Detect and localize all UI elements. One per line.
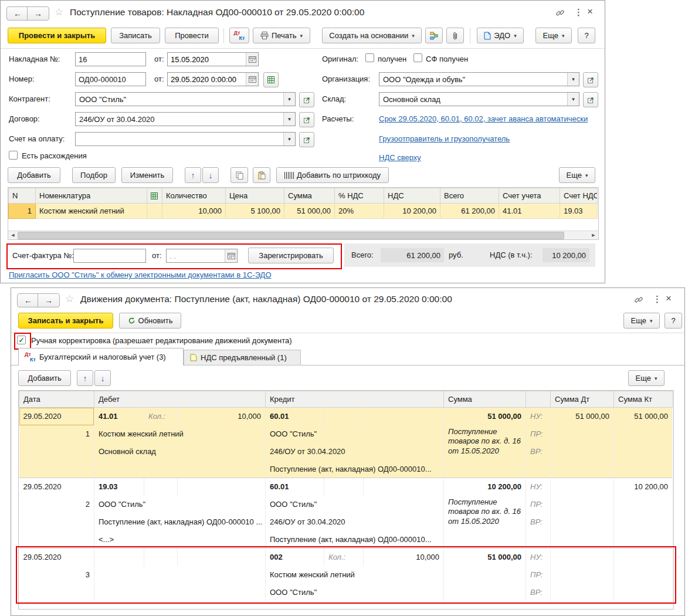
cell-credit-sub2[interactable]: ООО "Стиль" (266, 584, 444, 601)
cell-debit-sub1[interactable]: Костюм женский летний (94, 425, 266, 443)
cell-empty[interactable] (19, 461, 94, 478)
choose-dropdown-icon[interactable]: ▾ (283, 133, 295, 145)
cell-vr-label[interactable]: ВР: (526, 443, 551, 461)
cell-credit-qty[interactable] (364, 408, 444, 425)
invoice-reg-number-input[interactable] (73, 249, 146, 263)
items-pick-button[interactable]: Подбор (72, 167, 116, 183)
cell-sum[interactable]: 10 200,00 (444, 478, 526, 496)
refresh-button[interactable]: Обновить (119, 313, 181, 329)
movement-row[interactable]: <...> Поступление (акт, накладная) ОД00-… (19, 531, 673, 549)
cell-empty[interactable] (551, 584, 614, 601)
number-input[interactable] (75, 72, 146, 86)
cell-empty[interactable] (19, 531, 94, 549)
number-date-input[interactable] (168, 73, 246, 86)
cell-empty[interactable] (614, 461, 673, 478)
cell-debit-sub3[interactable]: <...> (94, 531, 266, 549)
cell-empty[interactable] (614, 566, 673, 584)
items-copy-button[interactable] (230, 167, 248, 183)
col-header-characteristic[interactable] (147, 188, 162, 204)
cell-characteristic[interactable] (147, 204, 162, 219)
cell-pr-label[interactable]: ПР: (526, 425, 551, 443)
cell-sum-dt[interactable] (551, 549, 614, 566)
col-header-nomenclature[interactable]: Номенклатура (36, 188, 147, 204)
cell-empty[interactable] (551, 443, 614, 461)
scroll-thumb[interactable] (18, 232, 564, 239)
cell-credit-qty-label[interactable] (324, 408, 364, 425)
cell-empty[interactable] (614, 584, 673, 601)
favorite-star-icon[interactable]: ☆ (55, 6, 63, 18)
save-button[interactable]: Записать (111, 28, 160, 43)
cell-total[interactable]: 61 200,00 (440, 204, 499, 219)
invoice-date-input[interactable] (168, 53, 246, 66)
discrepancies-checkbox[interactable] (9, 151, 18, 160)
payment-invoice-open-button[interactable] (299, 132, 314, 147)
cell-credit-account[interactable]: 60.01 (266, 478, 324, 496)
cell-nu-label[interactable]: НУ: (526, 408, 551, 425)
forward-button[interactable]: → (38, 293, 60, 307)
vat-mode-link[interactable]: НДС сверху (379, 153, 421, 162)
items-h-scrollbar[interactable]: ◀ ▶ (8, 231, 598, 239)
more-button[interactable]: Еще ▾ (623, 313, 660, 329)
post-and-close-button[interactable]: Провести и закрыть (8, 28, 106, 43)
items-change-button[interactable]: Изменить (121, 167, 173, 183)
cell-price[interactable]: 5 100,00 (226, 204, 284, 219)
sf-received-checkbox[interactable] (413, 53, 422, 62)
cell-empty[interactable] (19, 584, 94, 601)
cell-sum-kt[interactable]: 10 200,00 (614, 478, 673, 496)
movement-row[interactable]: ООО "Стиль" ВР: (19, 584, 673, 601)
cell-nomenclature[interactable]: Костюм женский летний (36, 204, 147, 219)
cell-debit-qty[interactable] (178, 478, 266, 496)
scroll-left-icon[interactable]: ◀ (8, 233, 18, 238)
cell-row-number[interactable]: 3 (19, 566, 94, 584)
payment-invoice-field[interactable]: ▾ (75, 132, 296, 146)
cell-credit-sub1[interactable]: ООО "Стиль" (266, 496, 444, 513)
cell-account[interactable]: 41.01 (499, 204, 560, 219)
cell-credit-qty-label[interactable] (324, 478, 364, 496)
items-more-button[interactable]: Еще ▾ (559, 167, 595, 183)
cell-comment[interactable]: Поступление товаров по вх. д. 16 от 15.0… (444, 496, 526, 549)
contract-field[interactable]: 246/ОУ от 30.04.2020 ▾ (75, 112, 296, 126)
window-menu-icon[interactable]: ⋮ (574, 7, 583, 18)
calendar-icon[interactable] (246, 73, 258, 86)
cell-empty[interactable] (19, 513, 94, 531)
consignor-link[interactable]: Грузоотправитель и грузополучатель (379, 134, 510, 143)
window-menu-icon[interactable]: ⋮ (653, 294, 662, 304)
cell-debit-sub1[interactable]: ООО "Стиль" (94, 496, 266, 513)
movement-row[interactable]: 1 Костюм женский летний ООО "Стиль" Пост… (19, 425, 673, 443)
cell-empty[interactable] (551, 496, 614, 513)
movement-row[interactable]: 2 ООО "Стиль" ООО "Стиль" Поступление то… (19, 496, 673, 513)
cell-debit-qty[interactable]: 10,000 (178, 408, 266, 425)
save-and-close-button[interactable]: Записать и закрыть (18, 313, 113, 329)
items-row[interactable]: 1 Костюм женский летний 10,000 5 100,00 … (9, 204, 598, 219)
calendar-icon[interactable] (225, 249, 237, 262)
cell-qty-label[interactable] (144, 549, 178, 566)
print-button[interactable]: Печать ▾ (253, 28, 310, 43)
cell-debit-qty[interactable] (178, 549, 266, 566)
movement-row[interactable]: Поступление (акт, накладная) ОД00-000010… (19, 513, 673, 531)
cell-credit-sub3[interactable]: Поступление (акт, накладная) ОД00-000010… (266, 531, 444, 549)
cell-date[interactable]: 29.05.2020 (19, 408, 94, 425)
close-icon[interactable]: × (666, 293, 672, 304)
cell-credit-sub1[interactable]: ООО "Стиль" (266, 425, 444, 443)
counterparty-field[interactable]: ООО "Стиль" ▾ (75, 92, 296, 106)
manual-adjustment-checkbox[interactable]: ✓ (17, 336, 26, 344)
cell-sum[interactable]: 51 000,00 (444, 549, 526, 566)
cell-empty[interactable] (614, 531, 673, 549)
movement-row[interactable]: Поступление (акт, накладная) ОД00-000010… (19, 461, 673, 478)
cell-vat-pct[interactable]: 20% (335, 204, 384, 219)
choose-dropdown-icon[interactable]: ▾ (567, 93, 579, 106)
calendar-icon[interactable] (246, 53, 258, 66)
more-button[interactable]: Еще ▾ (535, 28, 572, 43)
movement-row[interactable]: 3 Костюм женский летний ПР: (19, 566, 673, 584)
edo-button[interactable]: ЭДО ▾ (477, 28, 524, 43)
get-link-icon[interactable] (634, 295, 643, 304)
cell-sum-dt[interactable] (551, 478, 614, 496)
edit-number-button[interactable] (263, 72, 279, 87)
cell-credit-account[interactable]: 60.01 (266, 408, 324, 425)
movements-move-up-button[interactable]: ↑ (77, 370, 93, 386)
edo-invite-link[interactable]: Пригласить ООО "Стиль" к обмену электрон… (9, 270, 272, 279)
col-header-total[interactable]: Всего (440, 188, 499, 204)
choose-dropdown-icon[interactable]: ▾ (567, 73, 579, 86)
close-icon[interactable]: × (587, 6, 593, 18)
back-button[interactable]: ← (6, 6, 29, 21)
